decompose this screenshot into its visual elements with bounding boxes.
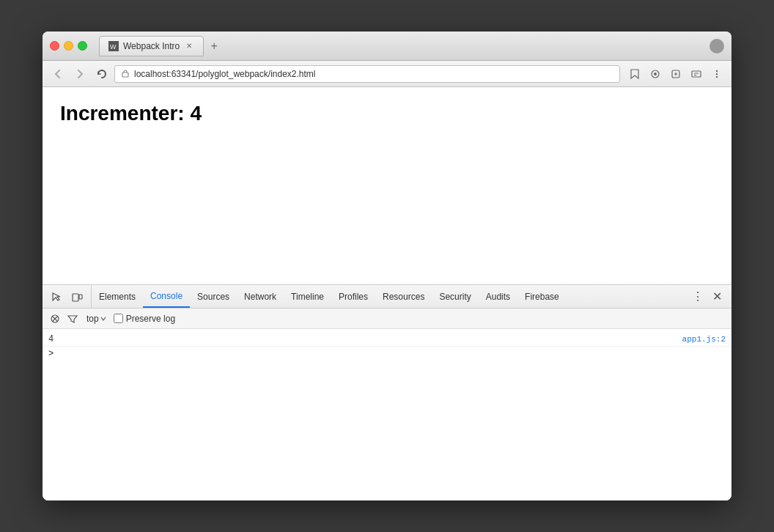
- context-filter[interactable]: top: [84, 312, 109, 325]
- back-button[interactable]: [48, 64, 67, 84]
- tab-audits[interactable]: Audits: [479, 285, 517, 308]
- devtools-tab-end: ⋮ ✕: [689, 288, 731, 306]
- device-mode-button[interactable]: [69, 289, 85, 305]
- tab-elements[interactable]: Elements: [92, 285, 143, 308]
- svg-point-9: [716, 75, 718, 77]
- extension-btn-1[interactable]: [646, 65, 664, 83]
- tab-timeline[interactable]: Timeline: [284, 285, 331, 308]
- nav-bar: localhost:63341/polyglot_webpack/index2.…: [43, 61, 731, 87]
- svg-point-8: [716, 73, 718, 74]
- context-filter-label: top: [86, 314, 99, 324]
- address-bar[interactable]: localhost:63341/polyglot_webpack/index2.…: [114, 65, 620, 83]
- console-source[interactable]: app1.js:2: [682, 335, 726, 344]
- title-bar: W Webpack Intro ✕ +: [43, 32, 731, 61]
- svg-rect-2: [122, 73, 128, 77]
- preserve-log-text: Preserve log: [126, 314, 175, 324]
- tab-close-icon[interactable]: ✕: [184, 41, 194, 51]
- tab-firebase[interactable]: Firebase: [517, 285, 567, 308]
- forward-button[interactable]: [70, 64, 89, 84]
- tab-console[interactable]: Console: [143, 285, 190, 308]
- devtools-toolbar: Elements Console Sources Network Timelin…: [43, 285, 731, 309]
- tab-network[interactable]: Network: [237, 285, 284, 308]
- incrementer-heading: Incrementer: 4: [60, 102, 714, 125]
- tab-title: Webpack Intro: [123, 41, 180, 51]
- clear-console-button[interactable]: [48, 312, 62, 325]
- preserve-log-checkbox[interactable]: [114, 314, 123, 323]
- svg-text:W: W: [110, 43, 117, 51]
- console-prompt-icon: >: [48, 349, 54, 359]
- console-row: 4 app1.js:2: [43, 332, 731, 347]
- tab-sources[interactable]: Sources: [190, 285, 237, 308]
- tab-profiles[interactable]: Profiles: [331, 285, 375, 308]
- minimize-button[interactable]: [64, 41, 73, 51]
- svg-point-7: [716, 70, 718, 71]
- close-button[interactable]: [50, 41, 59, 51]
- preserve-log-label: Preserve log: [114, 314, 175, 324]
- console-value: 4: [48, 334, 682, 344]
- devtools-panel: Elements Console Sources Network Timelin…: [43, 284, 731, 500]
- svg-rect-10: [73, 294, 78, 301]
- tab-resources[interactable]: Resources: [375, 285, 432, 308]
- maximize-button[interactable]: [78, 41, 87, 51]
- console-filter-bar: top Preserve log: [43, 309, 731, 329]
- new-tab-button[interactable]: +: [204, 36, 224, 56]
- inspect-element-button[interactable]: [48, 289, 64, 305]
- lock-icon: [121, 69, 130, 79]
- svg-rect-11: [79, 295, 82, 299]
- user-avatar[interactable]: [710, 39, 724, 53]
- tab-security[interactable]: Security: [432, 285, 478, 308]
- extension-btn-3[interactable]: [688, 65, 705, 83]
- page-content: Incrementer: 4: [43, 87, 731, 284]
- svg-point-4: [654, 73, 657, 75]
- console-prompt-row: >: [43, 347, 731, 361]
- url-text: localhost:63341/polyglot_webpack/index2.…: [134, 69, 316, 79]
- browser-window: W Webpack Intro ✕ + localhost:63341/poly…: [43, 32, 731, 500]
- extension-btn-2[interactable]: [667, 65, 685, 83]
- refresh-button[interactable]: [92, 64, 111, 84]
- bookmark-button[interactable]: [626, 65, 644, 83]
- devtools-more-button[interactable]: ⋮: [689, 288, 707, 306]
- devtools-left-icons: [43, 285, 92, 308]
- menu-button[interactable]: [708, 65, 726, 83]
- console-output: 4 app1.js:2 >: [43, 329, 731, 500]
- browser-tab[interactable]: W Webpack Intro ✕: [99, 36, 204, 56]
- filter-button[interactable]: [66, 312, 79, 325]
- nav-actions: [626, 65, 726, 83]
- devtools-close-button[interactable]: ✕: [708, 288, 726, 306]
- tab-favicon: W: [108, 41, 119, 51]
- tab-bar: W Webpack Intro ✕ +: [99, 36, 705, 56]
- svg-rect-6: [692, 71, 701, 77]
- devtools-tabs: Elements Console Sources Network Timelin…: [92, 285, 689, 308]
